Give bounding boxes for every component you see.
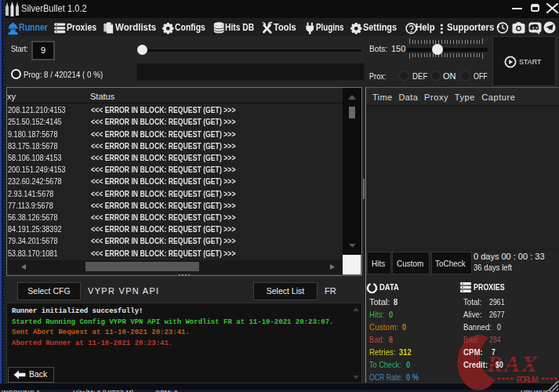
svg-text:FORUM: FORUM: [517, 376, 539, 384]
